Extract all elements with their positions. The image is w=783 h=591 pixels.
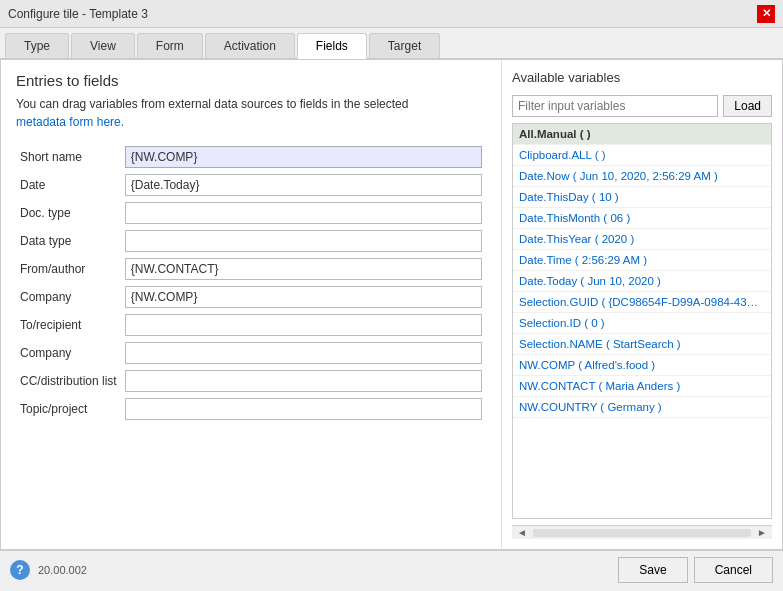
field-input[interactable] (125, 286, 482, 308)
field-cell (121, 395, 486, 423)
tab-form[interactable]: Form (137, 33, 203, 58)
right-panel: Available variables Load All.Manual ( )C… (502, 60, 782, 549)
field-cell (121, 339, 486, 367)
filter-input[interactable] (512, 95, 718, 117)
field-label: To/recipient (16, 311, 121, 339)
variable-item-clipboard-all[interactable]: Clipboard.ALL ( ) (513, 145, 771, 166)
variable-item-nw-comp[interactable]: NW.COMP ( Alfred's.food ) (513, 355, 771, 376)
section-title: Entries to fields (16, 72, 486, 89)
variable-item-selection-guid[interactable]: Selection.GUID ( {DC98654F-D99A-0984-43B… (513, 292, 771, 313)
table-row: Company (16, 283, 486, 311)
field-label: Date (16, 171, 121, 199)
close-button[interactable]: ✕ (757, 5, 775, 23)
scroll-left-arrow[interactable]: ◄ (514, 527, 530, 538)
desc-line1: You can drag variables from external dat… (16, 97, 408, 111)
table-row: Company (16, 339, 486, 367)
table-row: Data type (16, 227, 486, 255)
field-cell (121, 199, 486, 227)
tabs-row: TypeViewFormActivationFieldsTarget (0, 28, 783, 59)
variable-item-date-time[interactable]: Date.Time ( 2:56:29 AM ) (513, 250, 771, 271)
field-cell (121, 171, 486, 199)
tab-fields[interactable]: Fields (297, 33, 367, 59)
field-label: Data type (16, 227, 121, 255)
desc-link[interactable]: metadata form here. (16, 115, 124, 129)
footer-left: ? 20.00.002 (10, 560, 87, 580)
available-variables-title: Available variables (512, 70, 772, 85)
scroll-right-arrow[interactable]: ► (754, 527, 770, 538)
field-label: From/author (16, 255, 121, 283)
field-label: Company (16, 283, 121, 311)
field-input[interactable] (125, 342, 482, 364)
variable-item-nw-contact[interactable]: NW.CONTACT ( Maria Anders ) (513, 376, 771, 397)
scrollbar-row: ◄ ► (512, 525, 772, 539)
variable-item-date-thismonth[interactable]: Date.ThisMonth ( 06 ) (513, 208, 771, 229)
section-desc: You can drag variables from external dat… (16, 95, 486, 131)
load-button[interactable]: Load (723, 95, 772, 117)
field-label: Company (16, 339, 121, 367)
tab-activation[interactable]: Activation (205, 33, 295, 58)
table-row: Date (16, 171, 486, 199)
scroll-track[interactable] (533, 529, 751, 537)
field-label: Topic/project (16, 395, 121, 423)
window-title: Configure tile - Template 3 (8, 7, 148, 21)
field-cell (121, 367, 486, 395)
table-row: Doc. type (16, 199, 486, 227)
variable-item-date-thisyear[interactable]: Date.ThisYear ( 2020 ) (513, 229, 771, 250)
table-row: CC/distribution list (16, 367, 486, 395)
cancel-button[interactable]: Cancel (694, 557, 773, 583)
field-label: CC/distribution list (16, 367, 121, 395)
save-button[interactable]: Save (618, 557, 687, 583)
tab-type[interactable]: Type (5, 33, 69, 58)
filter-row: Load (512, 95, 772, 117)
table-row: To/recipient (16, 311, 486, 339)
tab-target[interactable]: Target (369, 33, 440, 58)
variables-list: All.Manual ( )Clipboard.ALL ( )Date.Now … (512, 123, 772, 519)
variable-item-nw-country[interactable]: NW.COUNTRY ( Germany ) (513, 397, 771, 418)
footer: ? 20.00.002 Save Cancel (0, 550, 783, 588)
field-cell (121, 143, 486, 171)
field-input[interactable] (125, 174, 482, 196)
field-input[interactable] (125, 398, 482, 420)
variable-item-date-now[interactable]: Date.Now ( Jun 10, 2020, 2:56:29 AM ) (513, 166, 771, 187)
field-cell (121, 283, 486, 311)
table-row: Topic/project (16, 395, 486, 423)
field-input[interactable] (125, 230, 482, 252)
field-input[interactable] (125, 370, 482, 392)
tab-view[interactable]: View (71, 33, 135, 58)
field-cell (121, 227, 486, 255)
fields-table: Short name Date Doc. type Data type From… (16, 143, 486, 423)
left-panel: Entries to fields You can drag variables… (1, 60, 502, 549)
field-label: Short name (16, 143, 121, 171)
variable-item-date-today[interactable]: Date.Today ( Jun 10, 2020 ) (513, 271, 771, 292)
variable-item-selection-id[interactable]: Selection.ID ( 0 ) (513, 313, 771, 334)
field-input[interactable] (125, 314, 482, 336)
footer-right: Save Cancel (618, 557, 773, 583)
field-cell (121, 311, 486, 339)
field-input[interactable] (125, 146, 482, 168)
field-input[interactable] (125, 258, 482, 280)
field-label: Doc. type (16, 199, 121, 227)
version-text: 20.00.002 (38, 564, 87, 576)
field-input[interactable] (125, 202, 482, 224)
title-bar: Configure tile - Template 3 ✕ (0, 0, 783, 28)
field-cell (121, 255, 486, 283)
variable-item-date-thisday[interactable]: Date.ThisDay ( 10 ) (513, 187, 771, 208)
table-row: Short name (16, 143, 486, 171)
help-button[interactable]: ? (10, 560, 30, 580)
table-row: From/author (16, 255, 486, 283)
variable-item-all-manual[interactable]: All.Manual ( ) (513, 124, 771, 145)
main-content: Entries to fields You can drag variables… (0, 59, 783, 550)
variable-item-selection-name[interactable]: Selection.NAME ( StartSearch ) (513, 334, 771, 355)
